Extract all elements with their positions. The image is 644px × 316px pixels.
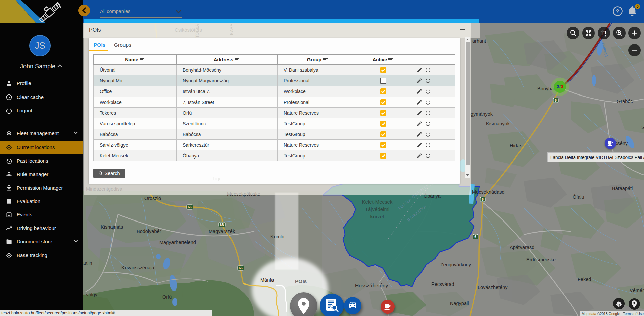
svg-text:66: 66 xyxy=(188,205,192,209)
svg-text:Kelet-Mecsek: Kelet-Mecsek xyxy=(362,199,393,205)
svg-text:Véménd: Véménd xyxy=(630,288,644,293)
svg-text:Ófalu: Ófalu xyxy=(573,194,584,200)
svg-text:Oroszló: Oroszló xyxy=(144,196,161,201)
svg-text:Tájvédelmi: Tájvédelmi xyxy=(365,206,390,212)
svg-text:Bodolyabér: Bodolyabér xyxy=(137,229,161,234)
svg-text:66: 66 xyxy=(220,223,224,227)
svg-text:Hidas: Hidas xyxy=(510,143,522,148)
svg-text:Orfű: Orfű xyxy=(162,294,172,300)
svg-text:Mánfa: Mánfa xyxy=(260,277,274,283)
svg-text:i: i xyxy=(352,302,353,304)
svg-text:Nagypall: Nagypall xyxy=(450,301,469,306)
svg-text:6: 6 xyxy=(482,198,484,201)
svg-text:Hosszúhetény: Hosszúhetény xyxy=(355,282,388,288)
svg-text:Komló: Komló xyxy=(270,234,284,239)
svg-text:Mecseknádasd: Mecseknádasd xyxy=(472,189,505,195)
svg-text:Apátvarasd: Apátvarasd xyxy=(510,245,534,250)
svg-text:?: ? xyxy=(616,8,619,15)
svg-text:Magyarhertelend: Magyarhertelend xyxy=(159,240,196,245)
svg-text:Grábóc: Grábóc xyxy=(617,99,633,104)
svg-text:Kovácsszénája: Kovácsszénája xyxy=(121,265,154,270)
svg-text:6: 6 xyxy=(474,235,476,239)
svg-text:Magyarszék: Magyarszék xyxy=(209,229,235,234)
svg-text:6: 6 xyxy=(555,99,557,102)
svg-text:gymányok: gymányok xyxy=(470,111,493,117)
svg-text:Bátaapáti: Bátaapáti xyxy=(612,186,633,191)
svg-text:Pécsvárad: Pécsvárad xyxy=(431,281,454,287)
svg-text:körzet: körzet xyxy=(370,214,385,219)
svg-text:S: S xyxy=(641,125,644,130)
svg-text:Feked: Feked xyxy=(578,277,591,282)
svg-text:Erdősmecske: Erdősmecske xyxy=(526,257,556,262)
svg-text:Kismányok: Kismányok xyxy=(486,121,510,126)
svg-text:Lovászhetény: Lovászhetény xyxy=(478,285,508,290)
svg-text:66: 66 xyxy=(239,266,243,270)
svg-text:arhant: arhant xyxy=(472,38,486,44)
svg-text:Kishajmás: Kishajmás xyxy=(101,224,123,230)
svg-text:Zengővárkony: Zengővárkony xyxy=(440,262,472,267)
